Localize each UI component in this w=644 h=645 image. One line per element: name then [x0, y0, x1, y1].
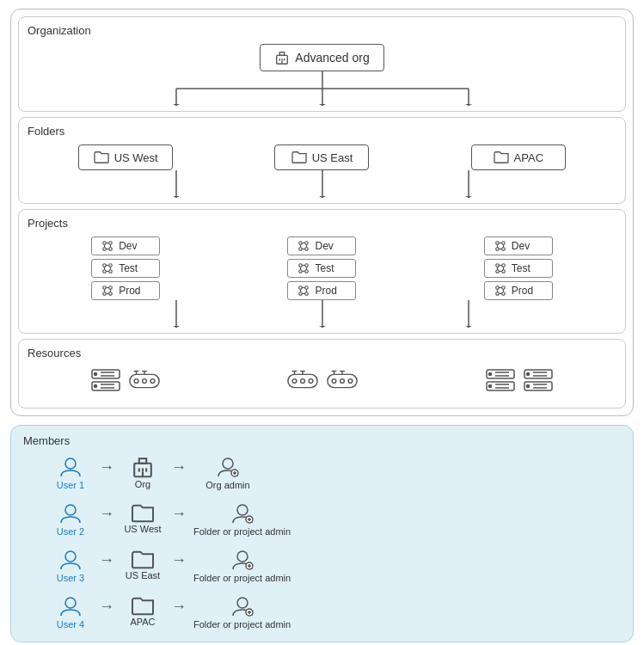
- proj-e-dev: Dev: [315, 240, 333, 252]
- project-icon: [494, 262, 507, 274]
- project-icon: [101, 262, 114, 274]
- project-east-prod: Prod: [287, 281, 356, 300]
- svg-point-22: [103, 248, 107, 251]
- svg-point-168: [237, 598, 248, 608]
- svg-point-47: [305, 248, 309, 251]
- arrow-1b: →: [171, 458, 187, 476]
- project-icon: [101, 240, 114, 252]
- org-box: Advanced org: [260, 44, 383, 71]
- folders-label: Folders: [28, 125, 616, 138]
- svg-point-85: [502, 286, 506, 290]
- project-apac-prod: Prod: [484, 281, 553, 300]
- members-label: Members: [23, 434, 621, 447]
- router-icon-east2: [326, 369, 359, 393]
- svg-point-39: [109, 292, 113, 296]
- svg-point-124: [340, 379, 345, 384]
- project-west-prod: Prod: [91, 281, 160, 300]
- svg-point-69: [502, 242, 506, 245]
- role4-label: Folder or project admin: [193, 619, 291, 630]
- svg-point-76: [496, 264, 500, 267]
- member-item-useast: US East: [121, 550, 164, 580]
- project-icon: [101, 285, 114, 297]
- svg-marker-18: [319, 196, 326, 198]
- svg-point-29: [109, 264, 113, 267]
- svg-point-77: [502, 264, 506, 267]
- folder-icon-member2: [131, 503, 155, 524]
- arrow-2a: →: [99, 505, 114, 523]
- member-item-role3: Folder or project admin: [193, 547, 291, 583]
- svg-marker-13: [465, 104, 472, 106]
- svg-point-55: [305, 270, 309, 273]
- svg-point-117: [310, 379, 314, 384]
- svg-rect-148: [139, 458, 146, 464]
- svg-point-167: [65, 598, 76, 608]
- folders-row: US West US East APAC: [28, 144, 616, 170]
- svg-point-31: [109, 270, 113, 273]
- role1-label: Org admin: [205, 480, 249, 490]
- resource-group-east: [286, 369, 359, 393]
- svg-point-163: [237, 551, 248, 562]
- svg-point-103: [95, 385, 97, 388]
- member-item-user3: User 3: [49, 547, 92, 583]
- member-item-user2: User 2: [49, 501, 92, 537]
- resources-label: Resources: [28, 347, 616, 359]
- svg-point-62: [299, 292, 303, 296]
- useast-member-label: US East: [126, 570, 160, 580]
- svg-point-84: [496, 286, 500, 290]
- folder-apac-label: APAC: [514, 151, 543, 164]
- arrow-4a: →: [99, 598, 114, 616]
- project-group-apac: Dev Test: [484, 236, 553, 300]
- member-item-role4: Folder or project admin: [193, 593, 291, 630]
- member-row-3: User 3 → US East → Folder or project adm…: [23, 547, 621, 583]
- member-item-role1: Org admin: [193, 454, 262, 490]
- folder-east-label: US East: [312, 151, 353, 164]
- member-item-user1: User 1: [49, 454, 92, 490]
- project-icon: [297, 285, 310, 297]
- svg-point-36: [103, 286, 107, 290]
- projects-to-resources-connectors: [64, 300, 580, 328]
- project-apac-test: Test: [484, 259, 553, 278]
- arrow-1a: →: [99, 458, 114, 476]
- arrow-4b: →: [171, 598, 187, 616]
- svg-point-71: [502, 248, 506, 251]
- member-row-4: User 4 → APAC → Folder or project admin: [23, 593, 621, 630]
- hierarchy-block: Organization Advanced org: [10, 9, 634, 416]
- folder-us-east: US East: [274, 144, 369, 170]
- svg-point-153: [223, 458, 233, 469]
- main-container: Organization Advanced org: [0, 0, 644, 645]
- svg-marker-19: [465, 196, 472, 198]
- folder-icon-west: [94, 150, 109, 164]
- project-west-test: Test: [91, 259, 160, 278]
- svg-point-68: [496, 242, 500, 245]
- svg-point-109: [150, 379, 155, 384]
- arrow-2b: →: [171, 505, 187, 523]
- projects-row: Dev Test: [28, 236, 616, 300]
- org-member-label: Org: [135, 479, 150, 489]
- svg-marker-12: [319, 104, 326, 106]
- svg-rect-1: [280, 52, 285, 56]
- org-to-folders-connectors: [64, 71, 580, 106]
- admin-icon-1: [215, 454, 241, 480]
- svg-point-23: [109, 248, 113, 251]
- role3-label: Folder or project admin: [193, 573, 291, 583]
- svg-point-162: [65, 551, 76, 562]
- svg-point-46: [299, 248, 303, 251]
- resource-group-west: [90, 368, 161, 394]
- admin-icon-3: [230, 547, 255, 573]
- svg-point-115: [293, 379, 297, 384]
- svg-point-37: [109, 286, 113, 290]
- member-item-role2: Folder or project admin: [193, 501, 291, 537]
- svg-point-38: [103, 292, 107, 296]
- project-icon: [297, 240, 310, 252]
- svg-point-52: [299, 264, 303, 267]
- folders-section: Folders US West US East: [18, 117, 626, 204]
- admin-icon-2: [230, 501, 255, 526]
- proj-a-dev: Dev: [512, 240, 530, 252]
- org-section-label: Organization: [28, 24, 616, 37]
- members-section: Members User 1 → Org: [10, 425, 634, 642]
- member-item-user4: User 4: [49, 593, 92, 630]
- svg-point-54: [299, 270, 303, 273]
- svg-point-125: [349, 379, 353, 384]
- svg-point-44: [299, 242, 303, 245]
- router-icon-east1: [286, 369, 319, 393]
